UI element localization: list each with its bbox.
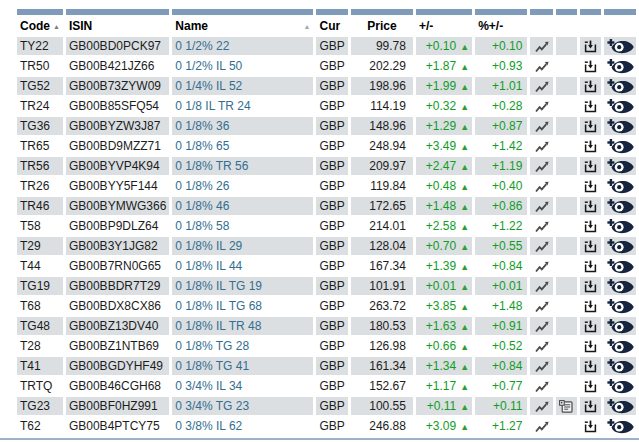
name-link[interactable]: 0 3/8% IL 62 xyxy=(172,417,313,435)
export-download-icon[interactable] xyxy=(584,400,597,413)
price-chart-icon[interactable] xyxy=(535,401,549,413)
export-download-icon[interactable] xyxy=(584,260,597,273)
name-link[interactable]: 0 1/2% 22 xyxy=(172,37,313,55)
add-to-watchlist-eye-icon[interactable] xyxy=(607,299,634,314)
add-to-watchlist-eye-icon[interactable] xyxy=(607,159,634,174)
add-to-watchlist-eye-icon[interactable] xyxy=(607,359,634,374)
add-to-watchlist-eye-icon[interactable] xyxy=(607,219,634,234)
export-download-icon[interactable] xyxy=(584,360,597,373)
column-header-currency[interactable]: Cur xyxy=(316,9,347,35)
news-note-icon[interactable] xyxy=(559,400,573,413)
name-link[interactable]: 0 1/8% 58 xyxy=(172,217,313,235)
add-to-watchlist-eye-icon[interactable] xyxy=(607,339,634,354)
name-link[interactable]: 0 1/8% 65 xyxy=(172,137,313,155)
export-download-icon[interactable] xyxy=(584,280,597,293)
name-link[interactable]: 0 1/8% IL 29 xyxy=(172,237,313,255)
news-cell xyxy=(556,237,577,255)
add-to-watchlist-eye-icon[interactable] xyxy=(607,319,634,334)
price-chart-icon[interactable] xyxy=(535,321,549,333)
add-to-watchlist-eye-icon[interactable] xyxy=(607,39,634,54)
column-header-isin[interactable]: ISIN xyxy=(66,9,169,35)
name-link[interactable]: 0 1/4% IL 52 xyxy=(172,77,313,95)
add-to-watchlist-eye-icon[interactable] xyxy=(607,259,634,274)
pct-change-cell: +0.93 xyxy=(475,57,527,75)
export-download-icon[interactable] xyxy=(584,220,597,233)
export-download-icon[interactable] xyxy=(584,100,597,113)
name-link[interactable]: 0 1/8% IL 44 xyxy=(172,257,313,275)
news-cell xyxy=(556,37,577,55)
export-download-icon[interactable] xyxy=(584,240,597,253)
news-cell xyxy=(556,297,577,315)
export-download-icon[interactable] xyxy=(584,380,597,393)
price-chart-icon[interactable] xyxy=(535,361,549,373)
table-row: TY22 GB00BD0PCK97 0 1/2% 22 GBP 99.78 +0… xyxy=(17,37,636,55)
name-link[interactable]: 0 1/8% TG 41 xyxy=(172,357,313,375)
price-chart-icon[interactable] xyxy=(535,81,549,93)
column-header-change[interactable]: +/- xyxy=(416,9,472,35)
name-link[interactable]: 0 1/2% IL 50 xyxy=(172,57,313,75)
price-chart-icon[interactable] xyxy=(535,241,549,253)
price-chart-icon[interactable] xyxy=(535,101,549,113)
add-to-watchlist-eye-icon[interactable] xyxy=(607,399,634,414)
add-to-watchlist-eye-icon[interactable] xyxy=(607,79,634,94)
export-download-icon[interactable] xyxy=(584,40,597,53)
column-header-pct-change[interactable]: %+/- xyxy=(475,9,527,35)
name-link[interactable]: 0 3/4% TG 23 xyxy=(172,397,313,415)
column-header-code[interactable]: Code▲ xyxy=(17,9,63,35)
price-cell: 161.34 xyxy=(351,357,413,375)
export-download-icon[interactable] xyxy=(584,420,597,433)
price-chart-icon[interactable] xyxy=(535,281,549,293)
price-chart-icon[interactable] xyxy=(535,41,549,53)
price-chart-icon[interactable] xyxy=(535,121,549,133)
export-download-icon[interactable] xyxy=(584,200,597,213)
name-link[interactable]: 0 1/8 IL TR 24 xyxy=(172,97,313,115)
export-download-icon[interactable] xyxy=(584,340,597,353)
export-download-icon[interactable] xyxy=(584,120,597,133)
download-cell xyxy=(580,217,601,235)
price-chart-icon[interactable] xyxy=(535,421,549,433)
price-chart-icon[interactable] xyxy=(535,301,549,313)
export-download-icon[interactable] xyxy=(584,80,597,93)
add-to-watchlist-eye-icon[interactable] xyxy=(607,99,634,114)
export-download-icon[interactable] xyxy=(584,180,597,193)
name-link[interactable]: 0 1/8% 46 xyxy=(172,197,313,215)
add-to-watchlist-eye-icon[interactable] xyxy=(607,239,634,254)
price-chart-icon[interactable] xyxy=(535,141,549,153)
add-to-watchlist-eye-icon[interactable] xyxy=(607,119,634,134)
export-download-icon[interactable] xyxy=(584,60,597,73)
add-to-watchlist-eye-icon[interactable] xyxy=(607,199,634,214)
column-header-name[interactable]: ▲Name xyxy=(172,9,313,35)
name-link[interactable]: 0 1/8% 26 xyxy=(172,177,313,195)
add-to-watchlist-eye-icon[interactable] xyxy=(607,139,634,154)
name-link[interactable]: 0 3/4% IL 34 xyxy=(172,377,313,395)
price-chart-icon[interactable] xyxy=(535,261,549,273)
add-to-watchlist-eye-icon[interactable] xyxy=(607,179,634,194)
up-arrow-icon: ▲ xyxy=(456,42,469,52)
name-link[interactable]: 0 1/8% IL TG 68 xyxy=(172,297,313,315)
price-chart-icon[interactable] xyxy=(535,341,549,353)
name-link[interactable]: 0 1/8% TR 56 xyxy=(172,157,313,175)
column-header-price[interactable]: Price xyxy=(351,9,413,35)
export-download-icon[interactable] xyxy=(584,160,597,173)
export-download-icon[interactable] xyxy=(584,140,597,153)
name-link[interactable]: 0 1/8% IL TG 19 xyxy=(172,277,313,295)
export-download-icon[interactable] xyxy=(584,320,597,333)
up-arrow-icon: ▲ xyxy=(456,222,469,232)
name-link[interactable]: 0 1/8% 36 xyxy=(172,117,313,135)
code-cell: TG19 xyxy=(17,277,63,295)
add-to-watchlist-eye-icon[interactable] xyxy=(607,419,634,434)
name-link[interactable]: 0 1/8% TG 28 xyxy=(172,337,313,355)
add-to-watchlist-eye-icon[interactable] xyxy=(607,279,634,294)
export-download-icon[interactable] xyxy=(584,300,597,313)
up-arrow-icon: ▲ xyxy=(456,142,469,152)
price-chart-icon[interactable] xyxy=(535,161,549,173)
price-chart-icon[interactable] xyxy=(535,381,549,393)
add-to-watchlist-eye-icon[interactable] xyxy=(607,379,634,394)
price-chart-icon[interactable] xyxy=(535,221,549,233)
price-chart-icon[interactable] xyxy=(535,201,549,213)
add-to-watchlist-eye-icon[interactable] xyxy=(607,59,634,74)
name-link[interactable]: 0 1/8% IL TR 48 xyxy=(172,317,313,335)
price-chart-icon[interactable] xyxy=(535,61,549,73)
price-chart-icon[interactable] xyxy=(535,181,549,193)
isin-cell: GB00B3Y1JG82 xyxy=(66,237,169,255)
